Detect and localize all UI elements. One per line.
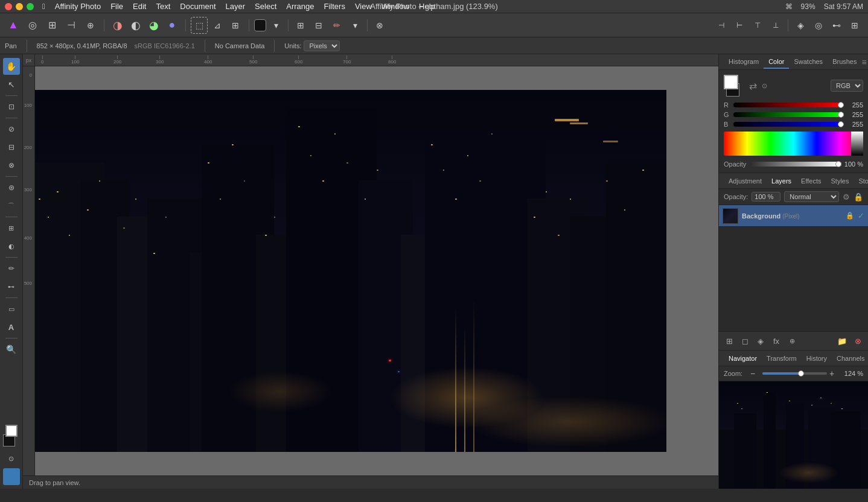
snapping-btn[interactable]: ⊟ — [310, 17, 327, 34]
arrange-center-btn[interactable]: ⊢ — [731, 17, 748, 34]
menu-affinity[interactable]: Affinity Photo — [55, 2, 101, 11]
opacity-slider[interactable] — [750, 162, 841, 167]
quick-mask-btn[interactable] — [3, 468, 20, 485]
zoom-plus-btn[interactable]: + — [829, 369, 839, 378]
text-tool[interactable]: A — [3, 319, 20, 335]
color-spectrum[interactable] — [724, 132, 863, 156]
r-slider[interactable] — [733, 103, 844, 107]
folder-btn[interactable]: 📁 — [835, 334, 849, 348]
swap-colors-btn[interactable]: ⇄ — [749, 80, 757, 92]
pixel-persona-btn[interactable]: ⊞ — [43, 17, 60, 34]
selection-tool[interactable]: ⊛ — [3, 179, 20, 196]
fill-tool[interactable]: ⊞ — [3, 220, 20, 237]
tab-color[interactable]: Color — [764, 56, 789, 69]
menu-filters[interactable]: Filters — [324, 2, 345, 11]
tab-history[interactable]: History — [802, 352, 832, 364]
tab-effects[interactable]: Effects — [796, 175, 826, 187]
tab-histogram[interactable]: Histogram — [724, 56, 764, 69]
fg-color-swatch[interactable] — [5, 425, 18, 437]
g-slider[interactable] — [733, 112, 844, 117]
brush-tool-btn[interactable]: ✏ — [328, 17, 345, 34]
layers-blend-select[interactable]: Normal — [784, 191, 839, 202]
grid-btn[interactable]: ⊞ — [292, 17, 309, 34]
layers2-btn[interactable]: ⊞ — [846, 17, 863, 34]
marquee-btn[interactable]: ⬚ — [191, 17, 208, 34]
tab-adjustment[interactable]: Adjustment — [724, 175, 767, 187]
erase-tool[interactable]: ⊗ — [3, 157, 20, 174]
tab-navigator[interactable]: Navigator — [724, 352, 762, 364]
arrange-left-btn[interactable]: ⊣ — [713, 17, 730, 34]
refine-sel-btn[interactable]: ⊞ — [227, 17, 244, 34]
fg-color-box[interactable] — [724, 75, 738, 89]
apple-menu[interactable]:  — [42, 2, 45, 11]
maximize-button[interactable] — [27, 3, 34, 10]
affinity-logo-btn[interactable]: ▲ — [5, 17, 22, 34]
zoom-minus-btn[interactable]: − — [750, 369, 760, 378]
vector-tool[interactable]: ⊷ — [3, 278, 20, 295]
menu-arrange[interactable]: Arrange — [286, 2, 314, 11]
layers-gear-btn[interactable]: ⚙ — [843, 192, 850, 202]
layers-lock-btn[interactable]: 🔒 — [854, 192, 863, 202]
layer-item-background[interactable]: Background (Pixel) 🔒 ✓ — [719, 205, 868, 227]
reset-colors-btn[interactable]: ⊙ — [762, 82, 767, 90]
shape-tool[interactable]: ▭ — [3, 300, 20, 317]
menu-file[interactable]: File — [110, 2, 123, 11]
curves-btn[interactable]: ◐ — [127, 17, 144, 34]
color2-btn[interactable]: ◎ — [810, 17, 827, 34]
develop-persona-btn[interactable]: ◎ — [24, 17, 41, 34]
pen-tool[interactable]: ✏ — [3, 260, 20, 277]
menu-layer[interactable]: Layer — [226, 2, 246, 11]
tab-stock[interactable]: Stock — [854, 175, 868, 187]
add-adjustment-btn[interactable]: ◈ — [754, 334, 767, 348]
hsl-btn[interactable]: ◕ — [145, 17, 162, 34]
zoom-slider[interactable] — [762, 372, 827, 375]
share-btn[interactable]: ⊕ — [82, 17, 99, 34]
units-select[interactable]: Pixels — [304, 40, 340, 51]
layer-visibility-icon[interactable]: ✓ — [858, 211, 864, 220]
b-slider[interactable] — [733, 122, 844, 127]
zoom-tool[interactable]: 🔍 — [3, 341, 20, 358]
tab-brushes[interactable]: Brushes — [828, 56, 861, 69]
freehand-sel-btn[interactable]: ⊿ — [209, 17, 226, 34]
black-square-btn[interactable] — [254, 19, 266, 31]
color-reset-btn[interactable]: ⊙ — [3, 450, 20, 467]
add-group-btn[interactable]: ⊞ — [723, 334, 736, 348]
arrange-right-btn[interactable]: ⊤ — [749, 17, 766, 34]
style-btn[interactable]: ◈ — [792, 17, 809, 34]
delete-layer-btn[interactable]: ⊗ — [851, 334, 864, 348]
color-mode-select[interactable]: RGB — [831, 80, 863, 92]
color-wheel-btn[interactable]: ◑ — [109, 17, 126, 34]
tab-transform[interactable]: Transform — [762, 352, 802, 364]
dropdown2-btn[interactable]: ▾ — [346, 17, 363, 34]
minimize-button[interactable] — [16, 3, 23, 10]
wb-btn[interactable]: ● — [164, 17, 180, 34]
delete-btn[interactable]: ⊗ — [371, 17, 388, 34]
gradient-tool[interactable]: ◐ — [3, 238, 20, 255]
paint-tool[interactable]: ⊟ — [3, 139, 20, 156]
add-fx-btn[interactable]: fx — [770, 334, 783, 348]
menu-select[interactable]: Select — [255, 2, 276, 11]
dropdown-btn[interactable]: ▾ — [267, 17, 284, 34]
tab-swatches[interactable]: Swatches — [789, 56, 828, 69]
close-button[interactable] — [5, 3, 12, 10]
add-mask-btn[interactable]: ◻ — [738, 334, 752, 348]
menu-edit[interactable]: Edit — [133, 2, 146, 11]
menu-view[interactable]: View — [355, 2, 372, 11]
tab-channels[interactable]: Channels — [832, 352, 868, 364]
menu-document[interactable]: Document — [180, 2, 215, 11]
crop-tool[interactable]: ⊡ — [3, 98, 20, 115]
lasso-tool[interactable]: ⌒ — [3, 197, 20, 214]
arrange-top-btn[interactable]: ⊥ — [767, 17, 784, 34]
pan-tool[interactable]: ✋ — [3, 58, 20, 75]
export-persona-btn[interactable]: ⊣ — [63, 17, 80, 34]
color-panel-menu-btn[interactable]: ≡ — [861, 57, 866, 67]
add-layer-btn[interactable]: ⊕ — [785, 334, 799, 348]
canvas-content[interactable] — [35, 66, 718, 475]
tab-layers[interactable]: Layers — [767, 175, 796, 187]
layers-opacity-input[interactable] — [752, 192, 780, 202]
transform-btn[interactable]: ⊷ — [828, 17, 845, 34]
move-tool[interactable]: ↖ — [3, 76, 20, 93]
eyedropper-tool[interactable]: ⊘ — [3, 121, 20, 138]
tab-styles[interactable]: Styles — [826, 175, 854, 187]
canvas-area[interactable]: px 0 100 200 300 400 500 600 700 800 0 1… — [23, 54, 718, 489]
